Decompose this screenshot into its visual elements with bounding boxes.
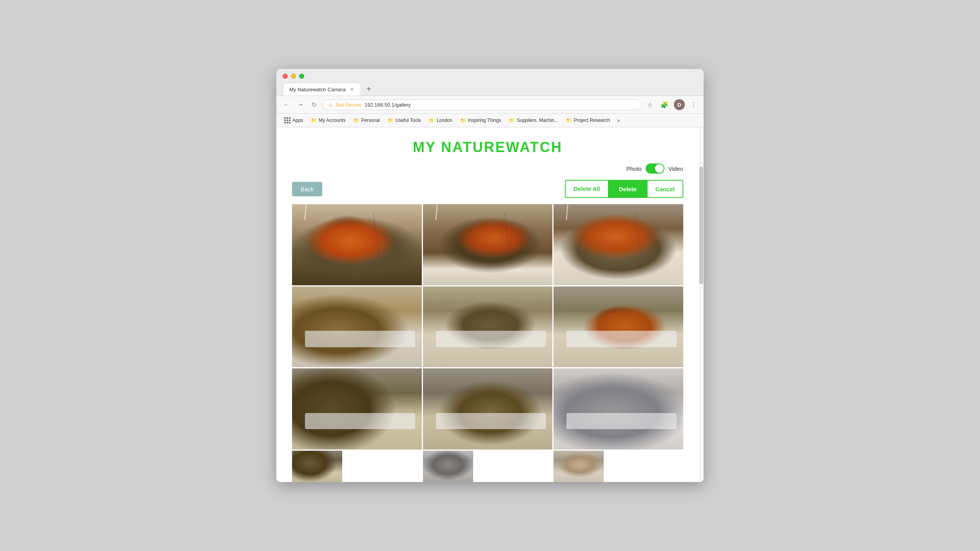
video-label: Video (668, 165, 683, 172)
photo-thumbnail (554, 368, 683, 450)
bookmark-my-accounts[interactable]: 📁 My Accounts (308, 116, 348, 124)
bookmark-project-research[interactable]: 📁 Project Research (563, 116, 613, 124)
tab-bar: My Naturewatch Camera ✕ + (283, 83, 697, 96)
menu-button[interactable]: ⋮ (688, 100, 699, 110)
url-text: 192.168.50.1/gallery (365, 102, 411, 108)
security-warning-icon: ⚠ (328, 102, 333, 108)
table-row[interactable] (423, 451, 473, 482)
table-row[interactable] (292, 451, 342, 482)
apps-label: Apps (292, 118, 303, 123)
browser-window: My Naturewatch Camera ✕ + ← → ↻ ⚠ Not Se… (276, 69, 704, 482)
scrollbar[interactable] (699, 127, 704, 482)
bookmark-button[interactable]: ☆ (645, 100, 655, 110)
folder-icon: 📁 (388, 118, 394, 123)
browser-content: MY NATUREWATCH Photo Video Back (276, 127, 704, 482)
table-row[interactable] (423, 368, 553, 450)
bookmark-london[interactable]: 📁 London (426, 116, 456, 124)
folder-icon: 📁 (460, 118, 466, 123)
table-row[interactable] (423, 204, 553, 285)
photo-thumbnail (423, 451, 473, 482)
forward-nav-button[interactable]: → (295, 100, 306, 110)
photo-video-toggle: Photo Video (626, 163, 683, 174)
photo-thumbnail (292, 451, 342, 482)
folder-icon: 📁 (429, 118, 435, 123)
folder-icon: 📁 (509, 118, 515, 123)
bookmark-label: Suppliers, Machin... (517, 118, 558, 123)
back-button[interactable]: Back (292, 182, 322, 196)
delete-button[interactable]: Delete (609, 180, 647, 198)
toggle-knob (655, 164, 664, 173)
scrollbar-thumb[interactable] (699, 167, 703, 284)
tab-close-button[interactable]: ✕ (350, 86, 354, 92)
table-row[interactable] (292, 204, 422, 285)
tab-label: My Naturewatch Camera (289, 87, 346, 92)
page-content: MY NATUREWATCH Photo Video Back (276, 127, 699, 482)
table-row[interactable] (554, 451, 604, 482)
bookmark-label: Inspiring Things (468, 118, 501, 123)
bookmark-label: Useful Tools (396, 118, 421, 123)
table-row[interactable] (292, 368, 422, 450)
image-grid (276, 204, 699, 482)
bookmark-label: London (437, 118, 452, 123)
bookmark-suppliers[interactable]: 📁 Suppliers, Machin... (506, 116, 561, 124)
folder-icon: 📁 (311, 118, 317, 123)
bookmark-label: Personal (361, 118, 379, 123)
photo-thumbnail (423, 286, 553, 368)
address-bar[interactable]: ⚠ Not Secure 192.168.50.1/gallery (322, 100, 642, 110)
reload-button[interactable]: ↻ (309, 100, 319, 110)
controls-bar: Photo Video (276, 163, 699, 180)
delete-all-button[interactable]: Delete All (565, 180, 609, 198)
title-bar: My Naturewatch Camera ✕ + (276, 69, 704, 96)
nav-bar: ← → ↻ ⚠ Not Secure 192.168.50.1/gallery … (276, 96, 704, 114)
photo-thumbnail (554, 451, 604, 482)
photo-thumbnail (292, 368, 422, 450)
page-header: MY NATUREWATCH (276, 127, 699, 163)
bookmark-inspiring-things[interactable]: 📁 Inspiring Things (457, 116, 505, 124)
photo-thumbnail (423, 204, 553, 285)
photo-thumbnail (423, 368, 553, 450)
bookmark-label: Project Research (574, 118, 610, 123)
toggle-switch[interactable] (646, 163, 664, 174)
bookmark-personal[interactable]: 📁 Personal (350, 116, 383, 124)
security-label: Not Secure (336, 102, 361, 108)
extensions-button[interactable]: 🧩 (658, 100, 671, 110)
action-buttons-row: Back Delete All Delete Cancel (276, 180, 699, 204)
maximize-button[interactable] (299, 74, 304, 79)
action-buttons-group: Delete All Delete Cancel (565, 180, 683, 198)
main-content: MY NATUREWATCH Photo Video Back (276, 127, 699, 482)
table-row[interactable] (423, 286, 553, 368)
bookmark-apps[interactable]: Apps (281, 116, 306, 125)
table-row[interactable] (554, 368, 683, 450)
bookmarks-bar: Apps 📁 My Accounts 📁 Personal 📁 Useful T… (276, 114, 704, 127)
profile-avatar[interactable]: D (674, 99, 685, 110)
folder-icon: 📁 (353, 118, 359, 123)
cancel-button[interactable]: Cancel (647, 180, 683, 198)
folder-icon: 📁 (566, 118, 572, 123)
page-title: MY NATUREWATCH (276, 139, 699, 156)
table-row[interactable] (554, 204, 683, 285)
active-tab[interactable]: My Naturewatch Camera ✕ (283, 83, 361, 96)
table-row[interactable] (554, 286, 683, 368)
traffic-lights (283, 74, 697, 79)
bookmark-label: My Accounts (319, 118, 345, 123)
nav-actions: ☆ 🧩 D ⋮ (645, 99, 699, 110)
back-nav-button[interactable]: ← (281, 100, 292, 110)
photo-thumbnail (554, 204, 683, 285)
photo-thumbnail (554, 286, 683, 368)
apps-grid-icon (284, 117, 290, 123)
minimize-button[interactable] (291, 74, 296, 79)
bookmarks-more-button[interactable]: » (615, 116, 622, 125)
new-tab-button[interactable]: + (363, 83, 374, 95)
photo-label: Photo (626, 165, 642, 172)
table-row[interactable] (292, 286, 422, 368)
photo-thumbnail (292, 286, 422, 368)
close-button[interactable] (283, 74, 288, 79)
photo-thumbnail (292, 204, 422, 285)
bookmark-useful-tools[interactable]: 📁 Useful Tools (385, 116, 424, 124)
